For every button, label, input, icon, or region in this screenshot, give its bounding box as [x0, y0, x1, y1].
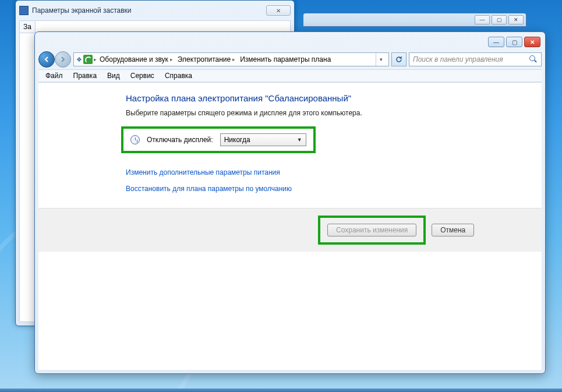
screensaver-close-button[interactable]: ✕ [266, 5, 291, 16]
breadcrumb-label[interactable]: Электропитание [178, 55, 231, 63]
menu-edit[interactable]: Правка [69, 70, 102, 81]
background-app-titlebar: — ▢ ✕ [303, 13, 526, 27]
save-button-highlight: Сохранить изменения [318, 216, 426, 245]
window-titlebar: — ▢ ✕ [38, 36, 542, 48]
search-icon [529, 55, 538, 63]
breadcrumb: Изменить параметры плана [238, 55, 333, 63]
chevron-right-icon: ▸ [232, 56, 235, 62]
bg-close-button[interactable]: ✕ [508, 15, 524, 24]
display-off-setting-highlight: Отключать дисплей: Никогда ▼ [121, 126, 316, 153]
maximize-button[interactable]: ▢ [506, 37, 522, 47]
chevron-right-icon: ▸ [170, 56, 173, 62]
search-input[interactable]: Поиск в панели управления [409, 52, 542, 66]
nav-back-button[interactable] [38, 51, 55, 68]
taskbar[interactable] [0, 389, 562, 392]
content-area: Настройка плана электропитания "Сбаланси… [38, 82, 542, 370]
page-title: Настройка плана электропитания "Сбаланси… [126, 93, 530, 103]
menu-bar: Файл Правка Вид Сервис Справка [38, 69, 542, 82]
nav-forward-button[interactable] [55, 51, 71, 68]
bg-maximize-button[interactable]: ▢ [492, 15, 507, 24]
control-panel-icon [83, 55, 93, 64]
menu-help[interactable]: Справка [160, 70, 197, 81]
screensaver-tab[interactable]: За [20, 21, 36, 33]
address-dropdown-button[interactable]: ▾ [376, 53, 386, 66]
breadcrumb-label[interactable]: Оборудование и звук [100, 55, 168, 63]
breadcrumb: Оборудование и звук▸ [98, 55, 175, 63]
search-placeholder: Поиск в панели управления [413, 55, 503, 63]
screensaver-icon [19, 6, 29, 15]
chevron-right-icon: ▸ [94, 56, 97, 62]
minimize-button[interactable]: — [488, 37, 504, 47]
breadcrumb-label[interactable]: Изменить параметры плана [240, 55, 331, 63]
menu-tools[interactable]: Сервис [126, 70, 159, 81]
chevron-down-icon: ▼ [297, 137, 302, 143]
cancel-button[interactable]: Отмена [432, 224, 474, 236]
menu-file[interactable]: Файл [41, 70, 68, 81]
dialog-footer: Сохранить изменения Отмена [38, 208, 542, 252]
clock-icon [130, 135, 140, 144]
bg-minimize-button[interactable]: — [475, 15, 490, 24]
page-subtitle: Выберите параметры спящего режима и дисп… [126, 109, 530, 117]
save-button[interactable]: Сохранить изменения [327, 224, 416, 236]
display-off-value: Никогда [224, 136, 250, 144]
address-bar[interactable]: ❖ ▸ Оборудование и звук▸ Электропитание▸… [73, 52, 389, 66]
close-button[interactable]: ✕ [524, 37, 540, 47]
refresh-button[interactable] [391, 52, 407, 66]
menu-view[interactable]: Вид [102, 70, 125, 81]
display-off-dropdown[interactable]: Никогда ▼ [220, 133, 306, 146]
screensaver-window-title: Параметры экранной заставки [32, 6, 263, 15]
advanced-power-settings-link[interactable]: Изменить дополнительные параметры питани… [126, 168, 530, 176]
restore-defaults-link[interactable]: Восстановить для плана параметры по умол… [126, 185, 530, 193]
breadcrumb: Электропитание▸ [176, 55, 237, 63]
display-off-label: Отключать дисплей: [147, 136, 213, 144]
control-panel-window: — ▢ ✕ ❖ ▸ Оборудование и звук▸ Электропи… [34, 31, 546, 374]
navigation-bar: ❖ ▸ Оборудование и звук▸ Электропитание▸… [38, 50, 542, 69]
